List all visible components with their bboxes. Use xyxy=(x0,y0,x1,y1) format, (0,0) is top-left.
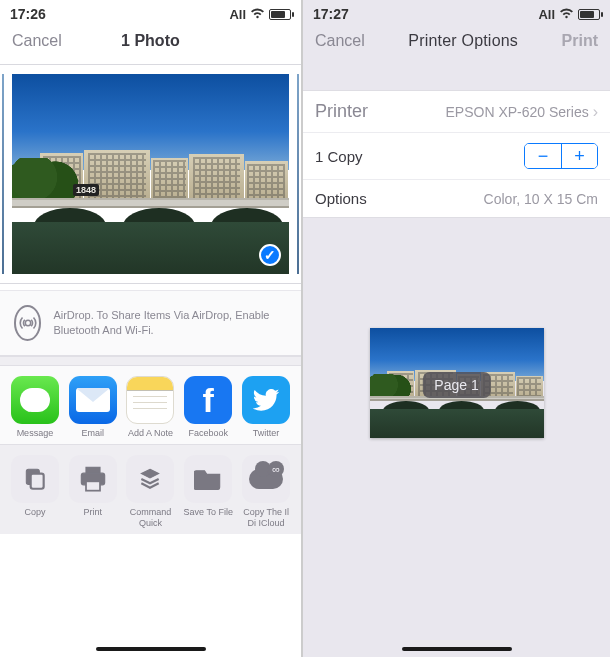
cancel-button[interactable]: Cancel xyxy=(315,32,365,50)
notes-icon xyxy=(126,376,174,424)
status-bar: 17:26 All xyxy=(0,0,301,24)
wifi-icon xyxy=(250,7,265,22)
messages-icon xyxy=(11,376,59,424)
layers-icon xyxy=(126,455,174,503)
prev-photo-sliver[interactable] xyxy=(0,72,6,276)
page-number-badge: Page 1 xyxy=(422,372,490,398)
action-copy[interactable]: Copy xyxy=(8,455,62,528)
preview-page-1[interactable]: Page 1 xyxy=(370,328,544,438)
selected-check-icon[interactable] xyxy=(259,244,281,266)
svg-rect-5 xyxy=(86,482,100,491)
share-messages[interactable]: Message xyxy=(8,376,62,438)
action-command-quick[interactable]: Command Quick xyxy=(124,455,178,528)
chevron-right-icon: › xyxy=(593,103,598,121)
airdrop-text: AirDrop. To Share Items Via AirDrop, Ena… xyxy=(53,308,287,338)
airdrop-row[interactable]: AirDrop. To Share Items Via AirDrop, Ena… xyxy=(0,290,301,356)
battery-icon xyxy=(269,9,291,20)
home-indicator[interactable] xyxy=(96,647,206,651)
print-settings-list: Printer EPSON XP-620 Series› 1 Copy − + … xyxy=(303,90,610,218)
share-actions-row[interactable]: Copy Print Command Quick Save To File ∞ … xyxy=(0,444,301,534)
options-row[interactable]: Options Color, 10 X 15 Cm xyxy=(303,180,610,217)
svg-point-0 xyxy=(25,320,31,326)
status-time: 17:27 xyxy=(313,6,349,22)
share-notes[interactable]: Add A Note xyxy=(124,376,178,438)
folder-icon xyxy=(184,455,232,503)
battery-icon xyxy=(578,9,600,20)
copies-row: 1 Copy − + xyxy=(303,133,610,180)
photo-inscription: 1848 xyxy=(73,184,99,196)
icloud-link-icon: ∞ xyxy=(242,455,290,503)
action-print[interactable]: Print xyxy=(66,455,120,528)
nav-bar: Cancel Printer Options Print xyxy=(303,24,610,64)
printer-row[interactable]: Printer EPSON XP-620 Series› xyxy=(303,91,610,133)
photo-selection-strip[interactable]: 1848 xyxy=(0,64,301,284)
copy-icon xyxy=(11,455,59,503)
print-button[interactable]: Print xyxy=(562,32,598,50)
share-email[interactable]: Email xyxy=(66,376,120,438)
home-indicator[interactable] xyxy=(402,647,512,651)
decrement-button[interactable]: − xyxy=(525,144,561,168)
svg-rect-3 xyxy=(86,468,100,474)
next-photo-sliver[interactable] xyxy=(295,72,301,276)
selected-photo[interactable]: 1848 xyxy=(10,72,291,276)
print-preview[interactable]: Page 1 xyxy=(303,328,610,438)
carrier-label: All xyxy=(229,7,246,22)
nav-title: 1 Photo xyxy=(121,32,180,50)
nav-title: Printer Options xyxy=(408,32,518,50)
mail-icon xyxy=(69,376,117,424)
facebook-icon: f xyxy=(184,376,232,424)
airdrop-icon xyxy=(14,305,41,341)
carrier-label: All xyxy=(538,7,555,22)
share-sheet-screen: 17:26 All Cancel 1 Photo xyxy=(0,0,303,657)
increment-button[interactable]: + xyxy=(561,144,597,168)
status-time: 17:26 xyxy=(10,6,46,22)
share-apps-row[interactable]: Message Email Add A Note f Facebook Twit… xyxy=(0,366,301,444)
svg-rect-2 xyxy=(31,474,44,489)
printer-options-screen: 17:27 All Cancel Printer Options Print P… xyxy=(303,0,610,657)
nav-bar: Cancel 1 Photo xyxy=(0,24,301,64)
action-save-to-file[interactable]: Save To File xyxy=(181,455,235,528)
action-copy-icloud[interactable]: ∞ Copy The Il Di ICloud xyxy=(239,455,293,528)
wifi-icon xyxy=(559,7,574,22)
copies-stepper: − + xyxy=(524,143,598,169)
print-icon xyxy=(69,455,117,503)
share-twitter[interactable]: Twitter xyxy=(239,376,293,438)
twitter-icon xyxy=(242,376,290,424)
share-facebook[interactable]: f Facebook xyxy=(181,376,235,438)
status-bar: 17:27 All xyxy=(303,0,610,24)
cancel-button[interactable]: Cancel xyxy=(12,32,62,50)
